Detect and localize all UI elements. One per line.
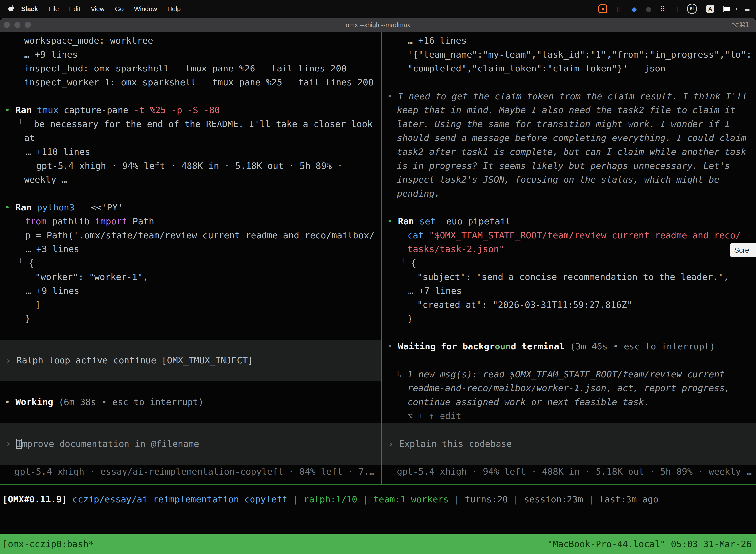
battery-icon[interactable]	[723, 6, 736, 12]
terminal-line: gpt-5.4 xhigh · 94% left · 488K in · 5.1…	[0, 159, 381, 173]
terminal-line: "created_at": "2026-03-31T11:59:27.816Z"	[382, 298, 756, 312]
terminal-line	[382, 353, 756, 367]
terminal-text: •	[5, 397, 15, 407]
menu-bar: Slack File Edit View Go Window Help ▦ ◆ …	[0, 0, 756, 18]
terminal-line: └ be necessary for the end of the README…	[0, 117, 381, 131]
terminal-line: keep that in mind. Maybe I also need the…	[382, 103, 756, 117]
pane-left: workspace_mode: worktree… +9 linesinspec…	[0, 34, 381, 479]
terminal-line	[0, 409, 381, 423]
terminal-text: … +3 lines	[25, 244, 79, 254]
prompt-input-right[interactable]: › Explain this codebase	[382, 437, 756, 451]
terminal-text: turns:20	[465, 494, 508, 504]
terminal-text: •	[387, 216, 398, 226]
ralph-loop-status[interactable]: › Ralph loop active continue [OMX_TMUX_I…	[0, 353, 381, 367]
terminal-line: • Ran tmux capture-pane -t %25 -p -S -80	[0, 103, 381, 117]
terminal-line	[0, 89, 381, 103]
prompt-input-left[interactable]: › Improve documentation in @filename	[0, 437, 381, 451]
terminal-line: later. Using the same for transition mig…	[382, 117, 756, 131]
zoom-button[interactable]	[25, 22, 31, 28]
terminal-text: └	[400, 258, 411, 268]
close-button[interactable]	[4, 22, 10, 28]
terminal-text: tasks/task-2.json"	[407, 244, 504, 254]
grid-icon[interactable]: ▦	[616, 5, 623, 13]
terminal-text: d terminal	[511, 341, 565, 351]
terminal-text: keep that in mind. Maybe I also need the…	[397, 105, 736, 115]
terminal-text: be necessary for the end of the README. …	[34, 119, 373, 129]
tab-shortcut-hint: ⌥⌘1	[732, 18, 750, 32]
terminal-line: ]	[0, 298, 381, 312]
terminal-line	[0, 340, 381, 353]
terminal-text: •	[387, 91, 398, 101]
menu-file[interactable]: File	[43, 5, 64, 13]
terminal-line: task2 after task1 is complete, but can I…	[382, 145, 756, 159]
menu-lines-icon[interactable]: ≡	[744, 5, 750, 13]
terminal-text: set	[420, 216, 436, 226]
terminal-text: (3m 46s • esc to interrupt)	[565, 341, 715, 351]
terminal-text: ›	[6, 439, 16, 449]
pane-footer-right: gpt-5.4 xhigh · 94% left · 488K in · 5.1…	[382, 465, 756, 479]
dark-circle-app-icon[interactable]: ●	[646, 5, 651, 13]
menu-go[interactable]: Go	[110, 5, 129, 13]
menu-edit[interactable]: Edit	[64, 5, 85, 13]
terminal-text: 1 new msg(s): read $OMX_TEAM_STATE_ROOT/…	[407, 369, 730, 379]
screenshot-tooltip: Scre	[730, 243, 756, 257]
terminal-line	[0, 187, 381, 201]
terminal-line	[0, 326, 381, 340]
menu-view[interactable]: View	[85, 5, 110, 13]
menu-status-icons: ▦ ◆ ● ⠿ ▯ 61 A ≡	[598, 4, 756, 14]
waiting-status: • Waiting for background terminal (3m 46…	[382, 340, 756, 353]
battery-percent-badge[interactable]: 61	[687, 4, 697, 14]
terminal-line: }	[0, 312, 381, 326]
terminal-text: at	[24, 133, 35, 143]
terminal-text: gpt-5.4 xhigh · essay/ai-reimplementatio…	[14, 466, 375, 477]
terminal-line: }	[382, 312, 756, 326]
terminal-line	[0, 423, 381, 437]
screen-recording-indicator-icon[interactable]	[598, 4, 608, 13]
terminal-window: omx --xhigh --madmax ⌥⌘1 workspace_mode:…	[0, 18, 756, 554]
terminal-line	[0, 381, 381, 395]
terminal-text: weekly …	[24, 174, 67, 185]
terminal-text: '{"team_name":"my-team","task_id":"1","f…	[407, 49, 752, 60]
terminal-line: … +9 lines	[0, 284, 381, 298]
terminal-line: inspect_worker-1: omx sparkshell --tmux-…	[0, 75, 381, 89]
tmux-session-label: [omx-cczip0:bash*	[2, 539, 94, 549]
terminal-line: at	[0, 131, 381, 145]
terminal-text: … +7 lines	[408, 286, 462, 296]
terminal-text: Explain this codebase	[399, 439, 512, 449]
terminal-content: workspace_mode: worktree… +9 linesinspec…	[0, 32, 756, 554]
terminal-text: ↳	[397, 369, 407, 379]
terminal-text: cczip/essay/ai-reimplementation-copyleft	[72, 494, 288, 504]
blue-app-icon[interactable]: ◆	[631, 5, 637, 13]
terminal-text: |	[358, 494, 374, 504]
terminal-text: Ran	[15, 105, 37, 115]
terminal-text: |	[288, 494, 304, 504]
terminal-text: Ran	[15, 202, 37, 213]
input-source-icon[interactable]: A	[706, 5, 714, 13]
terminal-text: last:3m ago	[599, 494, 658, 504]
dots-grid-icon[interactable]: ⠿	[660, 5, 666, 13]
pill-icon[interactable]: ▯	[674, 5, 678, 13]
terminal-line	[382, 451, 756, 465]
terminal-text: "completed","claim_token":"claim-token"}…	[407, 63, 666, 73]
tmux-status-bar: [omx-cczip0:bash* "MacBook-Pro-44.local"…	[0, 534, 756, 554]
menu-help[interactable]: Help	[162, 5, 186, 13]
omx-status-line: [OMX#0.11.9] cczip/essay/ai-reimplementa…	[2, 492, 658, 506]
terminal-line: should send a message before completing …	[382, 131, 756, 145]
terminal-text: gpt-5.4 xhigh · 94% left · 488K in · 5.1…	[36, 161, 342, 171]
terminal-text: is in progress? It seems likely but perh…	[397, 161, 730, 171]
terminal-line: pending.	[382, 187, 756, 201]
terminal-line: └ {	[382, 256, 756, 270]
minimize-button[interactable]	[14, 22, 20, 28]
menu-app-slack[interactable]: Slack	[16, 5, 43, 13]
terminal-text: oun	[495, 341, 511, 351]
window-title-bar: omx --xhigh --madmax ⌥⌘1	[0, 18, 756, 32]
terminal-text: - <<'PY'	[75, 202, 123, 213]
terminal-text: ralph:1/10	[304, 494, 358, 504]
terminal-line: ↳ 1 new msg(s): read $OMX_TEAM_STATE_ROO…	[382, 367, 756, 381]
terminal-text: -t %25 -p -S -80	[134, 105, 220, 115]
apple-menu-icon[interactable]	[8, 5, 15, 13]
terminal-text: … +9 lines	[25, 286, 79, 296]
menu-window[interactable]: Window	[129, 5, 162, 13]
terminal-text: •	[5, 202, 15, 213]
terminal-text: pathlib	[47, 216, 95, 226]
